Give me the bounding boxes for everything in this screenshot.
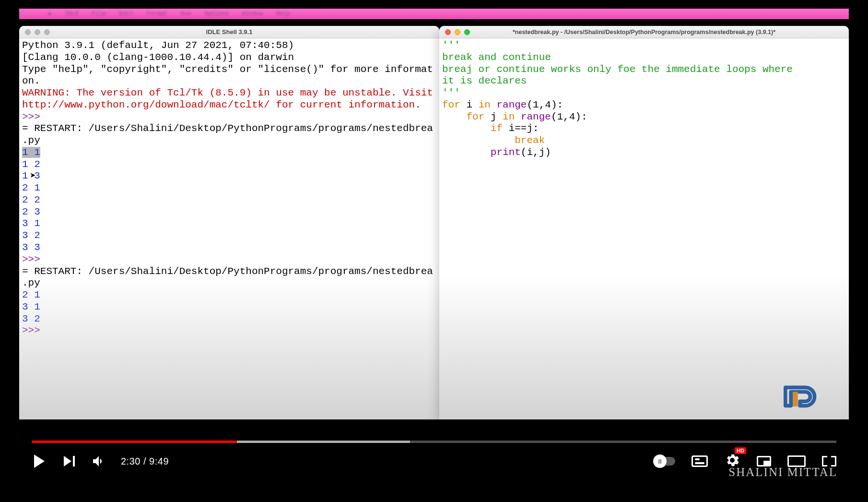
volume-icon — [91, 454, 106, 469]
fullscreen-button[interactable] — [822, 456, 836, 466]
miniplayer-button[interactable] — [757, 456, 771, 466]
fn-print: print — [491, 147, 521, 158]
gear-icon — [724, 452, 740, 471]
kw-break: break — [515, 135, 545, 146]
theater-mode-button[interactable] — [787, 455, 806, 467]
traffic-lights-inactive[interactable] — [25, 29, 50, 35]
shell-restart-1a: = RESTART: /Users/Shalini/Desktop/Python… — [22, 123, 433, 134]
out-row: 2 1 — [22, 182, 40, 193]
shell-banner-1: Python 3.9.1 (default, Jun 27 2021, 07:4… — [22, 40, 300, 51]
idle-editor-window[interactable]: *nestedbreak.py - /Users/Shalini/Desktop… — [439, 26, 849, 419]
shell-restart-2b: .py — [22, 277, 40, 288]
out-row: 3 2 — [22, 230, 40, 241]
kw-for: for — [442, 99, 460, 110]
fn-range: range — [521, 111, 551, 122]
out-row: 2 3 — [22, 206, 40, 217]
play-icon — [34, 454, 45, 468]
shell-banner-3b: on. — [22, 75, 40, 86]
docstring-line: breaj or continue works only foe the imm… — [442, 64, 793, 75]
current-time: 2:30 — [121, 456, 141, 466]
out-row: 3 1 — [22, 218, 40, 229]
shell-warning-1: WARNING: The version of Tcl/Tk (8.5.9) i… — [22, 87, 433, 98]
progress-bar[interactable] — [32, 441, 836, 443]
play-button[interactable] — [32, 454, 47, 469]
video-player-controls: 2:30 / 9:49 II HD — [19, 441, 849, 479]
time-display: 2:30 / 9:49 — [121, 456, 169, 467]
out-row: 1 2 — [22, 159, 40, 170]
minimize-icon[interactable] — [455, 29, 460, 35]
shell-warning-2: http://www.python.org/download/mac/tcltk… — [22, 99, 421, 110]
close-icon[interactable] — [445, 29, 451, 35]
shell-prompt: >>> — [22, 254, 46, 265]
fn-range: range — [496, 99, 527, 110]
out-row: 3 3 — [22, 242, 40, 253]
volume-button[interactable] — [91, 454, 106, 469]
mouse-cursor-icon: ➤ — [30, 171, 36, 179]
close-icon[interactable] — [25, 29, 31, 35]
out-row: 3 2 — [22, 313, 40, 324]
kw-in: in — [479, 99, 491, 110]
duration: 9:49 — [149, 456, 169, 466]
minimize-icon[interactable] — [35, 29, 40, 35]
macos-menu-blur: ●IDLEFileEditFormatRunOptionsWindowHelp — [19, 9, 849, 19]
kw-in: in — [503, 111, 515, 122]
shell-prompt: >>> — [22, 111, 46, 122]
hd-badge: HD — [735, 447, 746, 454]
docstring-line: it is declares — [442, 75, 527, 86]
traffic-lights-active[interactable] — [445, 29, 470, 35]
settings-button[interactable]: HD — [724, 452, 740, 471]
out-row: 2 1 — [22, 289, 40, 300]
next-button[interactable] — [61, 454, 77, 469]
zoom-icon[interactable] — [464, 29, 470, 35]
idle-shell-window[interactable]: IDLE Shell 3.9.1 Python 3.9.1 (default, … — [19, 26, 439, 419]
shell-restart-2a: = RESTART: /Users/Shalini/Desktop/Python… — [22, 266, 433, 277]
shell-restart-1b: .py — [22, 135, 40, 146]
shell-banner-3: Type "help", "copyright", "credits" or "… — [22, 64, 433, 75]
docstring-close: ''' — [442, 87, 460, 98]
pause-icon: II — [653, 454, 667, 468]
next-icon — [64, 456, 71, 466]
kw-if: if — [491, 123, 503, 134]
selected-output: 1 1 — [22, 147, 40, 158]
editor-titlebar[interactable]: *nestedbreak.py - /Users/Shalini/Desktop… — [439, 26, 849, 38]
autoplay-toggle[interactable]: II — [654, 457, 675, 466]
shell-output[interactable]: Python 3.9.1 (default, Jun 27 2021, 07:4… — [19, 38, 439, 419]
shell-titlebar[interactable]: IDLE Shell 3.9.1 — [19, 26, 439, 38]
editor-code[interactable]: ''' break and continue breaj or continue… — [439, 38, 849, 419]
docstring-line: break and continue — [442, 52, 551, 63]
kw-for: for — [466, 111, 484, 122]
svg-rect-0 — [793, 392, 798, 406]
docstring-open: ''' — [442, 40, 460, 51]
shell-banner-2: [Clang 10.0.0 (clang-1000.10.44.4)] on d… — [22, 52, 294, 63]
progress-played — [32, 441, 237, 443]
out-row: 3 1 — [22, 301, 40, 312]
out-row: 2 2 — [22, 194, 40, 205]
channel-logo-icon — [784, 382, 820, 412]
zoom-icon[interactable] — [44, 29, 50, 35]
video-player-frame: ●IDLEFileEditFormatRunOptionsWindowHelp … — [19, 9, 849, 479]
captions-button[interactable] — [692, 455, 708, 467]
editor-title: *nestedbreak.py - /Users/Shalini/Desktop… — [439, 29, 849, 36]
shell-title: IDLE Shell 3.9.1 — [19, 28, 439, 36]
shell-prompt: >>> — [22, 325, 46, 336]
